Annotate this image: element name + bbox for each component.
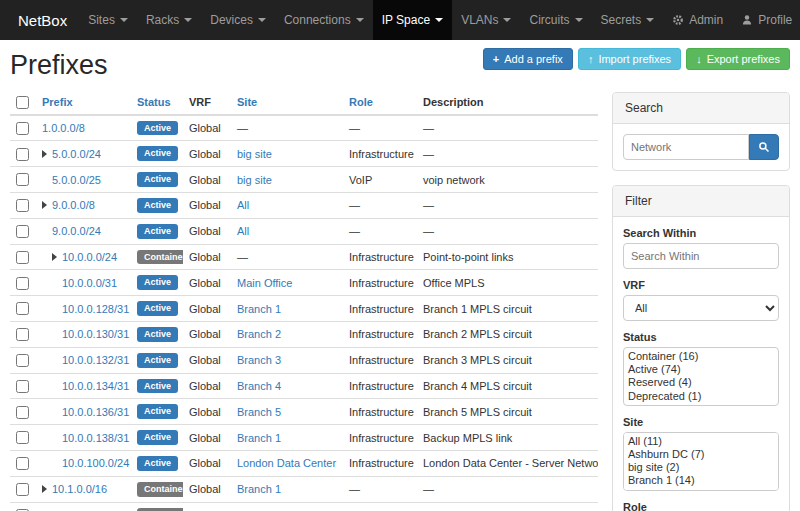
row-checkbox[interactable] (16, 148, 29, 161)
row-checkbox[interactable] (16, 457, 29, 470)
vrf-cell: Global (183, 450, 231, 476)
description-cell: Branch 4 MPLS circuit (417, 373, 598, 399)
site-cell: Branch 1 (231, 476, 343, 502)
filter-option[interactable]: big site (2) (626, 461, 776, 474)
status-cell: Active (131, 192, 183, 218)
select-all-checkbox[interactable] (16, 96, 29, 109)
site-link[interactable]: Branch 5 (237, 406, 281, 418)
nav-item-label: Secrets (601, 13, 642, 27)
prefix-link[interactable]: 10.0.0.136/31 (62, 406, 129, 418)
column-header-label[interactable]: Prefix (42, 96, 73, 108)
site-link[interactable]: Branch 1 (237, 432, 281, 444)
row-checkbox[interactable] (16, 225, 29, 238)
site-link[interactable]: Branch 4 (237, 380, 281, 392)
prefix-link[interactable]: 10.0.0.132/31 (62, 354, 129, 366)
site-link[interactable]: Branch 2 (237, 328, 281, 340)
description-cell: Branch 1 MPLS circuit (417, 296, 598, 322)
filter-option[interactable]: Deprecated (1) (626, 390, 776, 403)
prefix-link[interactable]: 9.0.0.0/24 (52, 225, 101, 237)
nav-item-ip-space[interactable]: IP Space (373, 0, 452, 40)
column-header-label[interactable]: Role (349, 96, 373, 108)
site-link[interactable]: big site (237, 148, 272, 160)
column-header-label[interactable]: Site (237, 96, 257, 108)
prefix-table-container: PrefixStatusVRFSiteRoleDescription 1.0.0… (10, 90, 598, 511)
site-link[interactable]: Branch 1 (237, 303, 281, 315)
brand-link[interactable]: NetBox (6, 0, 79, 40)
export-prefixes-button[interactable]: ↓Export prefixes (686, 48, 790, 70)
filter-option[interactable]: All (11) (626, 435, 776, 448)
prefix-link[interactable]: 10.0.0.128/31 (62, 303, 129, 315)
prefix-link[interactable]: 5.0.0.0/24 (52, 148, 101, 160)
site-link[interactable]: Main Office (237, 277, 292, 289)
status-filter-select[interactable]: Container (16)Active (74)Reserved (4)Dep… (623, 347, 779, 406)
filter-option[interactable]: Reserved (4) (626, 376, 776, 389)
nav-item-admin[interactable]: Admin (663, 0, 732, 40)
nav-item-sites[interactable]: Sites (79, 0, 137, 40)
site-link[interactable]: All (237, 225, 249, 237)
nav-item-profile[interactable]: Profile (732, 0, 800, 40)
status-badge: Active (137, 224, 178, 239)
search-panel-title: Search (613, 93, 789, 124)
row-checkbox[interactable] (16, 328, 29, 341)
search-within-input[interactable] (623, 243, 779, 269)
site-link[interactable]: Branch 3 (237, 354, 281, 366)
row-checkbox[interactable] (16, 199, 29, 212)
row-checkbox[interactable] (16, 277, 29, 290)
row-checkbox[interactable] (16, 122, 29, 135)
site-link[interactable]: London Data Center (237, 457, 336, 469)
site-link[interactable]: big site (237, 174, 272, 186)
nav-item-racks[interactable]: Racks (137, 0, 201, 40)
vrf-cell: Global (183, 270, 231, 296)
user-menu: AdminProfileLog out (663, 0, 800, 40)
row-checkbox[interactable] (16, 431, 29, 444)
table-row: 10.0.0.138/31ActiveGlobalBranch 1Infrast… (10, 425, 598, 451)
nav-item-connections[interactable]: Connections (275, 0, 373, 40)
row-checkbox[interactable] (16, 173, 29, 186)
site-link[interactable]: Branch 1 (237, 483, 281, 495)
site-link[interactable]: All (237, 199, 249, 211)
site-filter-select[interactable]: All (11)Ashburn DC (7)big site (2)Branch… (623, 432, 779, 491)
filter-option[interactable]: Container (16) (626, 350, 776, 363)
prefix-cell: 10.1.0.0/24 (36, 502, 131, 511)
import-prefixes-button[interactable]: ↑Import prefixes (578, 48, 681, 70)
nav-item-devices[interactable]: Devices (201, 0, 275, 40)
caret-down-icon (575, 18, 583, 22)
row-checkbox[interactable] (16, 483, 29, 496)
table-row: 10.0.0.132/31ActiveGlobalBranch 3Infrast… (10, 347, 598, 373)
prefix-link[interactable]: 10.0.0.138/31 (62, 432, 129, 444)
vrf-select[interactable]: All (623, 295, 779, 321)
site-cell: Branch 3 (231, 347, 343, 373)
role-cell: Infrastructure (343, 502, 417, 511)
caret-down-icon (503, 18, 511, 22)
prefix-link[interactable]: 10.0.0.0/31 (62, 277, 117, 289)
status-cell: Active (131, 450, 183, 476)
column-header-label[interactable]: Status (137, 96, 171, 108)
prefix-link[interactable]: 5.0.0.0/25 (52, 174, 101, 186)
filter-option[interactable]: Branch 1 (14) (626, 474, 776, 487)
prefix-link[interactable]: 10.0.0.0/24 (62, 251, 117, 263)
row-checkbox[interactable] (16, 251, 29, 264)
add-a-prefix-button[interactable]: +Add a prefix (483, 48, 573, 70)
status-cell: Active (131, 141, 183, 167)
nav-item-secrets[interactable]: Secrets (592, 0, 664, 40)
filter-option[interactable]: Branch 2 (10) (626, 488, 776, 491)
description-cell: — (417, 192, 598, 218)
row-checkbox[interactable] (16, 354, 29, 367)
prefix-link[interactable]: 9.0.0.0/8 (52, 199, 95, 211)
nav-item-vlans[interactable]: VLANs (452, 0, 520, 40)
row-checkbox[interactable] (16, 406, 29, 419)
sidebar: Search Filter S (612, 90, 790, 511)
nav-item-circuits[interactable]: Circuits (520, 0, 591, 40)
row-checkbox[interactable] (16, 302, 29, 315)
prefix-link[interactable]: 10.1.0.0/16 (52, 483, 107, 495)
prefix-link[interactable]: 10.0.0.134/31 (62, 380, 129, 392)
filter-option[interactable]: Ashburn DC (7) (626, 448, 776, 461)
prefix-link[interactable]: 1.0.0.0/8 (42, 122, 85, 134)
row-checkbox[interactable] (16, 380, 29, 393)
prefix-link[interactable]: 10.0.0.130/31 (62, 328, 129, 340)
filter-option[interactable]: Active (74) (626, 363, 776, 376)
search-button[interactable] (749, 134, 779, 160)
prefix-link[interactable]: 10.0.100.0/24 (62, 457, 129, 469)
row-checkbox-cell (10, 192, 36, 218)
search-input[interactable] (623, 134, 749, 160)
